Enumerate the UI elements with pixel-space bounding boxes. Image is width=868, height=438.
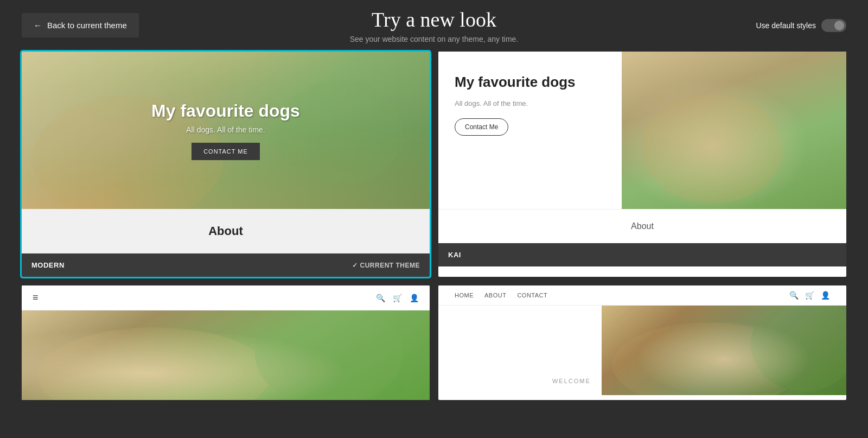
theme-card-4[interactable]: HOME ABOUT CONTACT 🔍 🛒 👤 WELCOME bbox=[438, 285, 846, 400]
svg-point-4 bbox=[255, 310, 403, 400]
header-center: Try a new look See your website content … bbox=[350, 8, 519, 43]
theme-grid: My favourite dogs All dogs. All of the t… bbox=[0, 46, 868, 411]
fourth-hero: WELCOME bbox=[438, 306, 846, 395]
kai-image-section bbox=[622, 52, 846, 209]
modern-theme-name: MODERN bbox=[31, 261, 65, 269]
third-overlay-svg bbox=[22, 310, 430, 400]
header: ← Back to current theme Try a new look S… bbox=[0, 0, 868, 46]
modern-theme-footer: MODERN ✓ CURRENT THEME bbox=[22, 253, 430, 277]
hamburger-icon: ≡ bbox=[33, 292, 39, 303]
modern-hero-title: My favourite dogs bbox=[151, 101, 300, 121]
kai-theme-name: KAI bbox=[448, 251, 461, 259]
search-icon: 🔍 bbox=[789, 291, 799, 300]
kai-contact-button[interactable]: Contact Me bbox=[455, 118, 508, 136]
fourth-overlay-svg bbox=[602, 306, 846, 395]
modern-about-label: About bbox=[208, 224, 243, 238]
modern-hero-subtitle: All dogs. All of the time. bbox=[151, 125, 300, 134]
back-button[interactable]: ← Back to current theme bbox=[22, 13, 139, 37]
modern-preview: My favourite dogs All dogs. All of the t… bbox=[22, 52, 430, 253]
fourth-hero-text: WELCOME bbox=[438, 306, 602, 395]
kai-hero: My favourite dogs All dogs. All of the t… bbox=[438, 52, 846, 209]
kai-hero-subtitle: All dogs. All of the time. bbox=[455, 99, 605, 107]
fourth-hero-image bbox=[602, 306, 846, 395]
modern-about-section: About bbox=[22, 209, 430, 253]
kai-about-section: About bbox=[438, 209, 846, 243]
kai-hero-title: My favourite dogs bbox=[455, 73, 605, 92]
default-styles-toggle[interactable] bbox=[821, 19, 846, 32]
back-button-label: Back to current theme bbox=[47, 21, 127, 30]
page-title: Try a new look bbox=[350, 8, 519, 31]
kai-preview: My favourite dogs All dogs. All of the t… bbox=[438, 52, 846, 243]
nav-contact: CONTACT bbox=[517, 292, 547, 299]
cart-icon: 🛒 bbox=[805, 291, 814, 300]
modern-hero-content: My favourite dogs All dogs. All of the t… bbox=[151, 101, 300, 160]
cart-icon: 🛒 bbox=[393, 294, 402, 302]
modern-contact-button[interactable]: CONTACT ME bbox=[192, 143, 260, 160]
default-styles-control: Use default styles bbox=[756, 19, 847, 32]
current-theme-badge: ✓ CURRENT THEME bbox=[352, 262, 420, 269]
default-styles-label: Use default styles bbox=[756, 21, 816, 30]
kai-about-label: About bbox=[631, 221, 654, 231]
fourth-nav-icons: 🔍 🛒 👤 bbox=[789, 291, 830, 300]
fourth-nav: HOME ABOUT CONTACT 🔍 🛒 👤 bbox=[438, 285, 846, 306]
theme-card-3[interactable]: ≡ 🔍 🛒 👤 bbox=[22, 285, 430, 400]
account-icon: 👤 bbox=[410, 294, 419, 302]
theme-card-kai[interactable]: My favourite dogs All dogs. All of the t… bbox=[438, 52, 846, 277]
kai-text-section: My favourite dogs All dogs. All of the t… bbox=[438, 52, 622, 209]
theme-card-modern[interactable]: My favourite dogs All dogs. All of the t… bbox=[22, 52, 430, 277]
arrow-left-icon: ← bbox=[34, 21, 42, 30]
search-icon: 🔍 bbox=[376, 294, 385, 302]
fourth-nav-links: HOME ABOUT CONTACT bbox=[455, 292, 547, 299]
kai-overlay-svg bbox=[622, 52, 846, 209]
account-icon: 👤 bbox=[821, 291, 830, 300]
fourth-welcome-label: WELCOME bbox=[552, 378, 591, 384]
kai-theme-footer: KAI bbox=[438, 243, 846, 266]
third-nav: ≡ 🔍 🛒 👤 bbox=[22, 285, 430, 310]
third-nav-icons: 🔍 🛒 👤 bbox=[376, 294, 419, 302]
svg-point-3 bbox=[37, 327, 271, 400]
page-subtitle: See your website content on any theme, a… bbox=[350, 35, 519, 43]
nav-home: HOME bbox=[455, 292, 474, 299]
nav-about: ABOUT bbox=[484, 292, 506, 299]
svg-point-2 bbox=[642, 95, 783, 204]
modern-hero: My favourite dogs All dogs. All of the t… bbox=[22, 52, 430, 209]
third-hero bbox=[22, 310, 430, 400]
